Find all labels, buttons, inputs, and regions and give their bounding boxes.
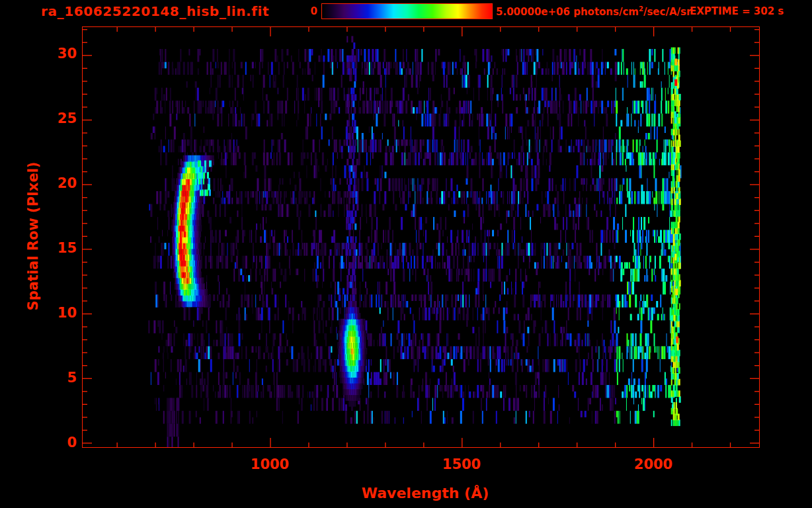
colorbar-max-units: /sec/A/sr xyxy=(643,6,691,18)
colorbar-max-label: 5.00000e+06 photons/cm2/sec/A/sr xyxy=(496,5,691,18)
filename-title: ra_160625220148_hisb_lin.fit xyxy=(41,3,269,19)
exptime-label: EXPTIME = 302 s xyxy=(690,5,784,17)
y-tick-label-0: 0 xyxy=(0,435,77,450)
colorbar-max-exponent: 2 xyxy=(639,5,643,13)
spectrogram-quicklook: { "header": { "title": "ra_160625220148_… xyxy=(0,0,812,508)
plot-frame xyxy=(82,26,760,448)
y-tick-label-5: 5 xyxy=(0,370,77,386)
axis-ticks xyxy=(83,27,759,447)
y-axis-title: Spatial Row (PIxel) xyxy=(25,150,42,322)
y-tick-label-30: 30 xyxy=(0,46,77,62)
x-tick-label-1500: 1500 xyxy=(415,456,508,472)
colorbar-min-label: 0 xyxy=(291,5,317,17)
colorbar-max-value: 5.00000e+06 photons/cm xyxy=(496,6,639,18)
x-tick-label-1000: 1000 xyxy=(223,456,316,472)
colorbar xyxy=(321,3,493,19)
x-tick-label-2000: 2000 xyxy=(607,456,700,472)
x-axis-title: Wavelength (Å) xyxy=(333,485,518,501)
y-tick-label-25: 25 xyxy=(0,110,77,126)
